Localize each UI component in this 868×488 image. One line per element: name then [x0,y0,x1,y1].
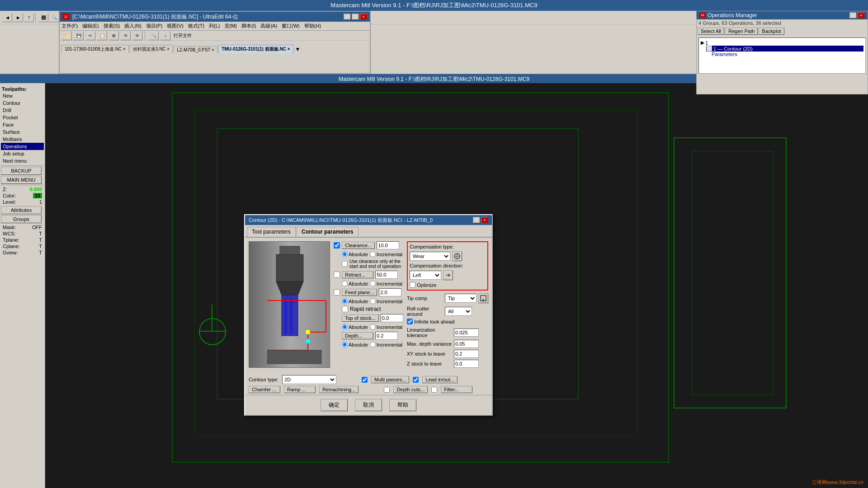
sidebar-item-jobsetup[interactable]: Job setup [1,150,44,157]
comp-type-icon[interactable] [452,251,462,261]
tree-item-params[interactable]: Parameters [712,52,863,57]
sidebar-item-pocket[interactable]: Pocket [1,114,44,121]
roll-cutter-select[interactable]: All None Sharp corners [445,307,472,316]
toolbar-icon-5[interactable]: 🔍 [49,13,59,22]
depth-absolute-label[interactable]: Absolute [342,342,368,347]
multi-passes-btn[interactable]: Multi passes... [371,376,409,383]
comp-type-select[interactable]: Wear Computer Control Reverse wear Off [410,252,450,261]
attributes-btn[interactable]: Attributes [1,206,42,214]
clearance-input[interactable] [377,241,399,249]
max-depth-input[interactable] [454,340,479,348]
topstock-absolute-radio[interactable] [342,324,348,330]
tip-comp-select[interactable]: Tip Center [445,294,476,303]
toolbar-icon-1[interactable]: ◀ [2,13,12,22]
mainmenu-btn[interactable]: MAIN MENU [1,176,42,184]
sidebar-item-drill[interactable]: Drill [1,107,44,114]
multi-passes-checkbox[interactable] [362,377,368,383]
sidebar-item-new[interactable]: New [1,92,44,99]
rapid-retract-checkbox[interactable] [342,306,348,312]
menu-script[interactable]: 脚本(I) [241,23,256,29]
ue-tab-3[interactable]: LZ-M70B_0.PST × [174,46,217,53]
depth-cuts-btn[interactable]: Depth cuts... [393,386,428,393]
topstock-btn[interactable]: Top of stock... [342,314,379,322]
menu-search[interactable]: 搜索(S) [104,23,120,29]
select-all-btn[interactable]: Select All [698,28,724,35]
filter-checkbox[interactable] [431,387,437,393]
lead-inout-checkbox[interactable] [413,377,419,383]
menu-project[interactable]: 项目(P) [146,23,163,29]
dialog-help-btn[interactable]: ? [473,217,480,223]
ue-tb-btn[interactable]: 💾 [74,31,84,40]
ue-tb-btn[interactable]: 📋 [97,31,107,40]
z-stock-input[interactable] [454,360,479,368]
remachining-btn[interactable]: Remachining... [319,386,359,393]
dialog-close-btn[interactable]: × [481,217,488,223]
ue-tb-btn[interactable]: ✂ [85,31,95,40]
retract-incremental-label[interactable]: Incremental [370,281,402,286]
close-btn[interactable]: × [360,14,367,20]
clearance-incremental-label[interactable]: Incremental [370,251,402,257]
depth-cuts-checkbox[interactable] [384,387,390,393]
tab-tool-parameters[interactable]: Tool parameters [247,227,296,237]
menu-file[interactable]: 文件(F) [61,23,78,29]
ue-tb-btn[interactable]: 🔍 [149,31,159,40]
feedplane-input[interactable] [379,288,401,296]
regen-path-btn[interactable]: Regen Path [725,28,758,35]
menu-edit[interactable]: 编辑(E) [82,23,99,29]
filter-btn[interactable]: Filter... [441,386,472,393]
clearance-absolute-label[interactable]: Absolute [342,251,368,257]
sidebar-item-multiaxis[interactable]: Multiaxis [1,136,44,143]
ok-button[interactable]: 确定 [321,399,348,411]
depth-btn[interactable]: Depth... [342,332,373,339]
comp-dir-icon[interactable] [443,270,453,280]
depth-input[interactable] [375,332,398,340]
sidebar-item-nextmenu[interactable]: Next menu [1,157,44,164]
feedplane-incremental-radio[interactable] [370,298,376,304]
menu-insert[interactable]: 插入(N) [124,23,141,29]
retract-input[interactable] [375,271,398,279]
tree-item-contour[interactable]: ⬜1 — Contour (2D) [706,46,863,52]
contour-type-select[interactable]: 2D 2D chamfer Ramp 3D [282,375,336,384]
topstock-incremental-radio[interactable] [370,324,376,330]
menu-macro[interactable]: 宏(M) [225,23,237,29]
menu-advanced[interactable]: 高级(A) [260,23,277,29]
backplot-btn[interactable]: Backplot [759,28,784,35]
ue-tb-btn[interactable]: ⟳ [132,31,142,40]
ops-help[interactable]: ? [849,12,857,19]
clearance-btn[interactable]: Clearance... [342,242,375,249]
cancel-button[interactable]: 取消 [355,399,382,411]
ue-tb-btn[interactable]: ⟲ [121,31,131,40]
ue-tab-4-active[interactable]: TMU-0126G-3101(1) 前面板.NC × [218,45,293,53]
backup-btn[interactable]: BACKUP [1,167,42,175]
clearance-absolute-radio[interactable] [342,251,348,257]
menu-window[interactable]: 窗口(W) [282,23,300,29]
menu-help[interactable]: 帮助(H) [304,23,321,29]
ops-close[interactable]: × [858,12,865,19]
comp-dir-select[interactable]: Left Right [410,271,441,280]
optimize-checkbox[interactable] [410,282,415,288]
retract-checkbox[interactable] [334,272,340,278]
tab-contour-parameters[interactable]: Contour parameters [297,227,359,237]
tip-comp-icon[interactable] [478,293,488,303]
feedplane-absolute-label[interactable]: Absolute [342,298,368,304]
depth-incremental-radio[interactable] [370,342,376,347]
depth-absolute-radio[interactable] [342,342,348,347]
topstock-absolute-label[interactable]: Absolute [342,324,368,330]
sidebar-item-operations[interactable]: Operations [1,143,44,150]
infinite-lookahead-checkbox[interactable] [407,319,413,324]
use-clearance-checkbox[interactable] [342,261,348,267]
ue-tab-1[interactable]: 101-17360-01008上海道.NC × [61,45,129,53]
retract-absolute-radio[interactable] [342,281,348,286]
toolbar-icon-4[interactable]: ⬛ [38,13,48,22]
topstock-input[interactable] [381,314,403,322]
topstock-incremental-label[interactable]: Incremental [370,324,402,330]
maximize-btn[interactable]: □ [352,14,359,20]
menu-format[interactable]: 格式(T) [188,23,204,29]
depth-incremental-label[interactable]: Incremental [370,342,402,347]
ue-tab-more[interactable]: ▼ [294,45,302,53]
lin-tol-input[interactable] [454,328,479,337]
sidebar-item-surface[interactable]: Surface [1,128,44,136]
retract-absolute-label[interactable]: Absolute [342,281,368,286]
menu-column[interactable]: 列(L) [209,23,220,29]
tree-item-1[interactable]: ▶1 [701,40,863,46]
